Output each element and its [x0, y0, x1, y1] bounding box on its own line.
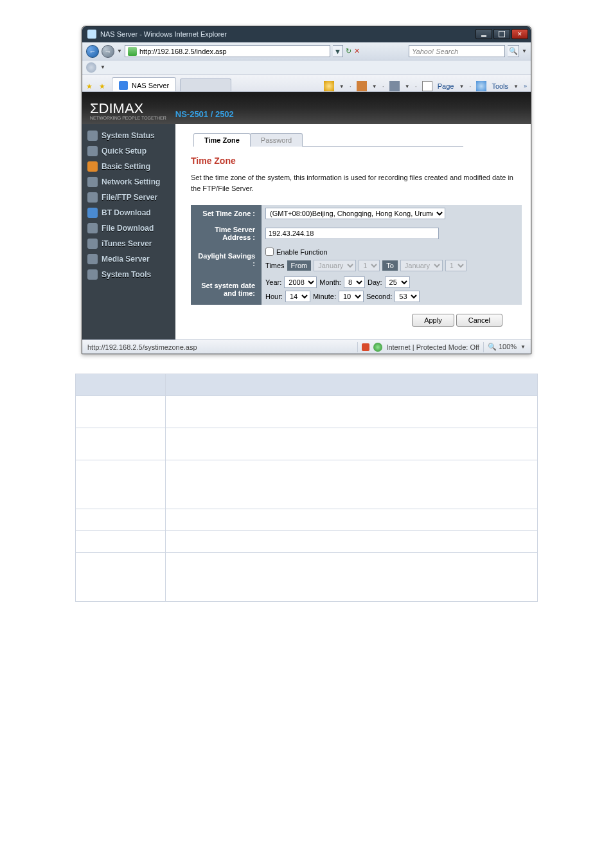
file-ftp-icon — [87, 192, 98, 203]
select-dst-from-month: January — [314, 260, 356, 271]
sidebar-item-label: File Download — [102, 224, 154, 233]
links-dropdown[interactable]: ▼ — [100, 64, 105, 70]
links-bar: ▼ — [82, 60, 531, 74]
home-icon[interactable] — [324, 81, 334, 91]
url-text: http://192.168.2.5/index.asp — [139, 48, 227, 55]
page-favicon — [87, 30, 96, 39]
basic-setting-icon — [87, 161, 98, 172]
sidebar-item-itunes[interactable]: iTunes Server — [85, 236, 173, 251]
address-bar: ← → ▼ http://192.168.2.5/index.asp ▼ ↻ ✕… — [82, 42, 531, 60]
sidebar-item-network-setting[interactable]: Network Setting — [85, 174, 173, 190]
sidebar-item-file-ftp[interactable]: File/FTP Server — [85, 190, 173, 205]
search-button[interactable]: 🔍 — [508, 45, 519, 57]
tab-label: NAS Server — [132, 82, 169, 89]
select-dst-from-day: 1 — [359, 260, 380, 271]
history-dropdown[interactable]: ▼ — [117, 48, 122, 54]
select-minute[interactable]: 10 — [339, 291, 364, 302]
itunes-icon — [87, 239, 98, 249]
system-tools-icon — [87, 269, 98, 280]
protected-mode-icon — [362, 343, 369, 351]
select-dst-to-month: January — [400, 260, 443, 271]
maximize-button[interactable] — [493, 29, 510, 39]
ie-window: NAS Server - Windows Internet Explorer ←… — [82, 26, 531, 354]
new-tab[interactable] — [180, 78, 231, 91]
minimize-button[interactable] — [475, 29, 492, 39]
select-timezone[interactable]: (GMT+08:00)Beijing, Chongqing, Hong Kong… — [265, 208, 445, 219]
forward-button[interactable]: → — [102, 45, 114, 58]
tab-time-zone[interactable]: Time Zone — [193, 133, 251, 147]
brand-logo: ΣDIMAX NETWORKING PEOPLE TOGETHER — [90, 102, 166, 120]
site-icon — [128, 47, 137, 56]
select-day[interactable]: 25 — [385, 276, 410, 288]
url-field[interactable]: http://192.168.2.5/index.asp — [125, 45, 330, 57]
dst-to-label: To — [382, 260, 398, 271]
select-month[interactable]: 8 — [344, 276, 365, 288]
media-server-icon — [87, 254, 98, 264]
title-bar: NAS Server - Windows Internet Explorer — [82, 26, 531, 42]
favorites-add-icon[interactable]: ★ — [86, 82, 95, 91]
zoom-level[interactable]: 🔍 100% — [488, 343, 517, 351]
dst-from-label: From — [287, 260, 312, 271]
minute-label: Minute: — [313, 293, 336, 300]
select-year[interactable]: 2008 — [284, 276, 317, 288]
section-heading: Time Zone — [191, 156, 522, 166]
page-menu[interactable]: Page — [438, 82, 454, 90]
sidebar-item-system-status[interactable]: System Status — [85, 128, 173, 143]
input-time-server[interactable] — [265, 228, 439, 239]
label-time-server: Time Server Address : — [191, 222, 262, 245]
cancel-button[interactable]: Cancel — [456, 314, 502, 327]
tab-nas-server[interactable]: NAS Server — [112, 77, 176, 91]
sidebar-item-label: File/FTP Server — [102, 193, 157, 202]
tools-icon — [476, 81, 486, 91]
favorites-center-icon[interactable]: ★ — [99, 82, 108, 91]
sidebar-item-quick-setup[interactable]: Quick Setup — [85, 143, 173, 159]
product-model: NS-2501 / 2502 — [175, 109, 234, 119]
close-button[interactable] — [511, 29, 528, 39]
sidebar-item-file-download[interactable]: File Download — [85, 221, 173, 236]
tools-menu[interactable]: Tools — [492, 82, 508, 90]
sidebar-item-label: iTunes Server — [102, 239, 152, 248]
dst-enable-label: Enable Function — [276, 248, 328, 256]
tab-strip: ★ ★ NAS Server ▼ · ▼ · ▼ · Page▼ · Tools… — [82, 74, 531, 92]
back-button[interactable]: ← — [86, 45, 99, 58]
refresh-button[interactable]: ↻ — [346, 47, 351, 55]
status-url: http://192.168.2.5/systimezone.asp — [87, 343, 197, 351]
search-dropdown[interactable]: ▼ — [522, 48, 527, 54]
second-label: Second: — [366, 293, 392, 300]
sidebar-item-system-tools[interactable]: System Tools — [85, 267, 173, 282]
sidebar: System Status Quick Setup Basic Setting … — [82, 124, 175, 339]
stop-button[interactable]: ✕ — [354, 47, 360, 55]
select-hour[interactable]: 14 — [285, 291, 310, 302]
print-icon[interactable] — [389, 81, 400, 91]
product-header: ΣDIMAX NETWORKING PEOPLE TOGETHER NS-250… — [82, 92, 531, 124]
hour-label: Hour: — [265, 293, 283, 300]
select-second[interactable]: 53 — [395, 291, 420, 302]
sidebar-item-label: Quick Setup — [102, 147, 147, 156]
security-zone: Internet | Protected Mode: Off — [386, 343, 479, 351]
doc-table — [75, 374, 538, 602]
quick-setup-icon — [87, 146, 98, 156]
sidebar-item-media-server[interactable]: Media Server — [85, 251, 173, 267]
month-label: Month: — [319, 278, 341, 286]
checkbox-dst-enable[interactable] — [265, 248, 274, 256]
apply-button[interactable]: Apply — [412, 314, 454, 327]
sidebar-item-label: Basic Setting — [102, 162, 150, 171]
sidebar-item-bt-download[interactable]: BT Download — [85, 205, 173, 221]
tab-password[interactable]: Password — [250, 133, 303, 147]
label-dst: Daylight Savings : — [191, 245, 262, 274]
label-set-tz: Set Time Zone : — [191, 205, 262, 222]
search-field[interactable]: Yahoo! Search — [409, 45, 505, 57]
year-label: Year: — [265, 278, 281, 286]
url-dropdown[interactable]: ▼ — [333, 45, 343, 57]
links-icon[interactable] — [86, 62, 96, 73]
ie-page-icon — [119, 81, 128, 90]
day-label: Day: — [368, 278, 382, 286]
page-menu-icon — [422, 81, 432, 91]
main-panel: Time Zone Password Time Zone Set the tim… — [175, 124, 531, 339]
section-description: Set the time zone of the system, this in… — [191, 172, 519, 194]
sidebar-item-basic-setting[interactable]: Basic Setting — [85, 159, 173, 174]
network-setting-icon — [87, 177, 98, 187]
sidebar-item-label: Media Server — [102, 255, 150, 264]
sidebar-item-label: System Status — [102, 131, 155, 140]
feeds-icon[interactable] — [357, 81, 367, 91]
